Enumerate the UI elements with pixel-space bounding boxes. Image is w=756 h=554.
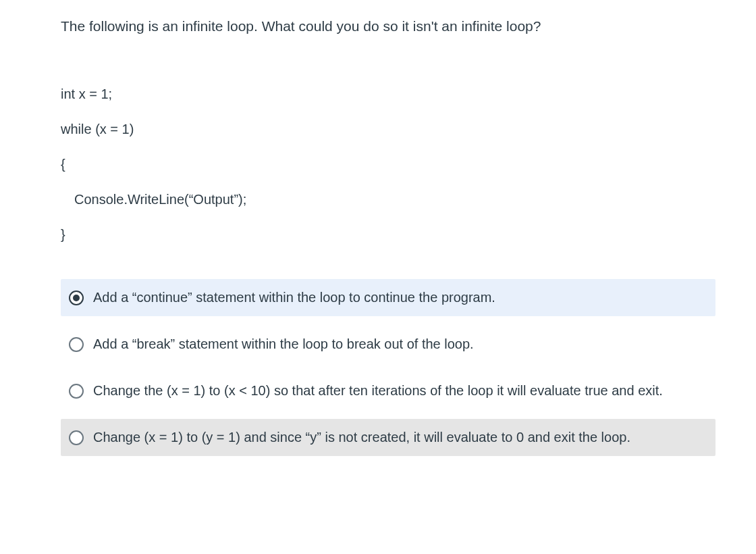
radio-dot-icon [73, 295, 80, 301]
question-container: The following is an infinite loop. What … [0, 0, 756, 483]
option-1-label: Add a “continue” statement within the lo… [93, 288, 707, 307]
option-3[interactable]: Change the (x = 1) to (x < 10) so that a… [61, 372, 716, 409]
code-line-2: while (x = 1) [61, 111, 716, 147]
spacer [61, 316, 716, 326]
option-1[interactable]: Add a “continue” statement within the lo… [61, 279, 716, 316]
radio-icon [69, 384, 84, 399]
question-prompt: The following is an infinite loop. What … [61, 16, 716, 36]
code-line-5: } [61, 217, 716, 252]
option-4[interactable]: Change (x = 1) to (y = 1) and since “y” … [61, 419, 716, 456]
code-line-1: int x = 1; [61, 76, 716, 111]
option-4-label: Change (x = 1) to (y = 1) and since “y” … [93, 428, 707, 447]
radio-icon [69, 337, 84, 352]
spacer [61, 409, 716, 419]
option-2[interactable]: Add a “break” statement within the loop … [61, 326, 716, 363]
option-3-label: Change the (x = 1) to (x < 10) so that a… [93, 382, 707, 400]
code-block: int x = 1; while (x = 1) { Console.Write… [61, 76, 716, 252]
radio-icon [69, 291, 84, 305]
radio-icon [69, 430, 84, 445]
spacer [61, 363, 716, 372]
options-list: Add a “continue” statement within the lo… [61, 279, 716, 456]
code-line-3: { [61, 147, 716, 182]
option-2-label: Add a “break” statement within the loop … [93, 335, 707, 353]
code-line-4: Console.WriteLine(“Output”); [61, 182, 716, 217]
